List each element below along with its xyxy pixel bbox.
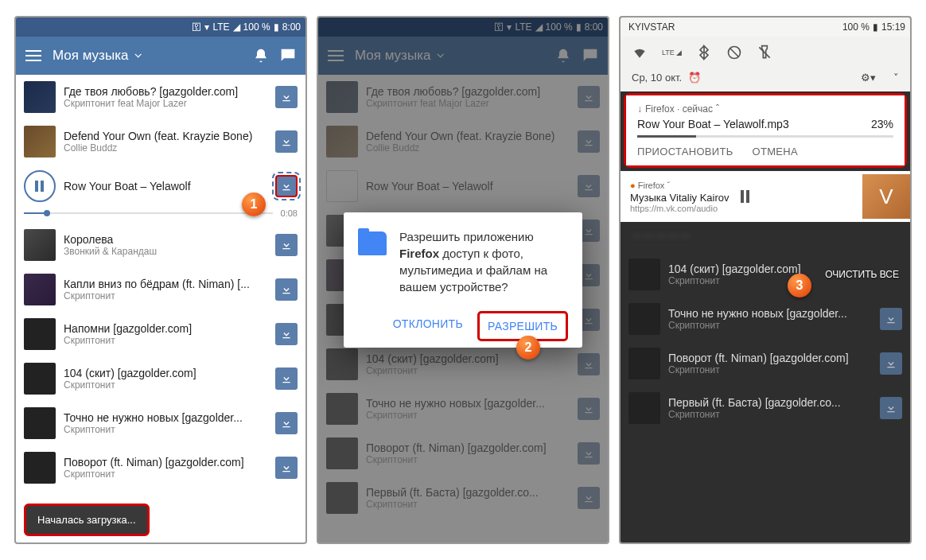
download-button[interactable] [275, 368, 298, 390]
callout-2: 2 [516, 336, 540, 360]
track-row: Точно не нужно новых [gazgolder...Скрипт… [621, 297, 910, 341]
track-title: Row Your Boat – Yelawolf [64, 180, 267, 192]
track-title: Где твоя любовь? [gazgolder.com] [64, 85, 267, 98]
battery-text: 100 % [842, 21, 870, 33]
download-button[interactable] [275, 130, 298, 153]
alarm-icon: ⏰ [688, 72, 701, 84]
menu-icon[interactable] [25, 50, 41, 61]
track-title: Капли вниз по бёдрам (ft. Niman) [... [64, 278, 267, 290]
quick-settings-icons[interactable]: LTE ◢ [621, 37, 910, 68]
lte-indicator[interactable]: LTE ◢ [662, 49, 682, 56]
permission-dialog: Разрешить приложению Firefox доступ к фо… [344, 212, 582, 348]
dnd-icon[interactable] [726, 45, 742, 60]
wifi-icon[interactable] [632, 45, 648, 60]
album-art [24, 407, 56, 439]
album-art [24, 452, 56, 484]
flashlight-icon[interactable] [757, 45, 772, 60]
track-row[interactable]: Напомни [gazgolder.com]Скриптонит [16, 312, 305, 356]
track-title: Defend Your Own (feat. Krayzie Bone) [64, 130, 267, 142]
blurred-notification: — — — — — [621, 222, 910, 249]
clock: 8:00 [282, 21, 301, 33]
track-artist: Скриптонит [64, 335, 267, 346]
bell-icon[interactable] [253, 48, 269, 64]
chevron-down-icon[interactable]: ˇ [667, 181, 670, 190]
track-row[interactable]: Точно не нужно новых [gazgolder...Скрипт… [16, 401, 305, 445]
dialog-text: Разрешить приложению Firefox доступ к фо… [399, 228, 568, 295]
callout-1: 1 [242, 192, 266, 216]
clock: 15:19 [881, 21, 905, 33]
battery-text: 100 % [243, 21, 270, 33]
media-url: https://m.vk.com/audio [630, 204, 730, 213]
cancel-download-button[interactable]: ОТМЕНА [753, 146, 798, 158]
firefox-media-notification[interactable]: ● Firefox ˇ Музыка Vitaliy Kairov https:… [621, 171, 910, 222]
chat-icon[interactable] [280, 48, 296, 64]
media-thumbnail: V [862, 174, 910, 219]
track-artist: Скриптонит [64, 424, 267, 435]
track-artist: Скриптонит [64, 379, 267, 391]
track-row[interactable]: Поворот (ft. Niman) [gazgolder.com]Скрип… [16, 445, 305, 490]
status-bar: KYIVSTAR 100 % ▮ 15:19 [621, 18, 910, 37]
page-title[interactable]: Моя музыка [53, 48, 141, 64]
phone-screen-2: ⚿ ▾ LTE ◢ 100 % ▮ 8:00 Моя музыка Где тв… [317, 16, 609, 544]
wifi-icon: ▾ [204, 21, 209, 33]
download-button[interactable] [275, 457, 298, 479]
battery-icon: ▮ [274, 21, 279, 33]
progress-bar [637, 135, 893, 138]
download-button[interactable] [275, 412, 298, 434]
deny-button[interactable]: ОТКЛОНИТЬ [385, 311, 471, 341]
track-row: Первый (ft. Баста) [gazgolder.co...Скрип… [621, 386, 910, 430]
app-bar: Моя музыка [16, 37, 305, 75]
download-button[interactable] [275, 234, 298, 256]
track-row[interactable]: Где твоя любовь? [gazgolder.com]Скриптон… [16, 75, 305, 119]
track-row: 104 (скит) [gazgolder.com]СкриптонитОЧИС… [621, 252, 910, 297]
track-row: Поворот (ft. Niman) [gazgolder.com]Скрип… [621, 341, 910, 386]
track-row[interactable]: 104 (скит) [gazgolder.com]Скриптонит [16, 356, 305, 401]
folder-icon [358, 231, 387, 255]
pause-button[interactable] [24, 170, 56, 202]
chevron-up-icon[interactable]: ˆ [716, 103, 719, 115]
track-artist: Скриптонит [64, 290, 267, 301]
toast-download-started: Началась загрузка... [24, 504, 150, 536]
track-time: 0:08 [281, 208, 298, 218]
phone-screen-1: ⚿ ▾ LTE ◢ 100 % ▮ 8:00 Моя музыка Где тв… [14, 16, 307, 544]
album-art [24, 126, 56, 158]
track-artist: Collie Buddz [64, 142, 267, 154]
qs-date-row: Ср, 10 окт. ⏰ ⚙▾ ˅ [621, 68, 910, 91]
download-notification-highlight: ↓ Firefox · сейчас ˆ Row Your Boat – Yel… [624, 93, 907, 168]
album-art [24, 318, 56, 350]
battery-icon: ▮ [873, 21, 878, 33]
date-label: Ср, 10 окт. [632, 72, 682, 84]
carrier-label: KYIVSTAR [625, 21, 675, 33]
album-art [24, 274, 56, 305]
download-button[interactable] [275, 175, 298, 197]
notification-header: ● Firefox ˇ [630, 181, 730, 190]
track-title: Королева [64, 233, 267, 246]
album-art [24, 81, 56, 113]
download-button[interactable] [275, 86, 298, 108]
settings-icon[interactable]: ⚙▾ [861, 72, 876, 84]
track-row[interactable]: КоролеваЗвонкий & Карандаш [16, 223, 305, 267]
track-artist: Звонкий & Карандаш [64, 246, 267, 257]
media-pause-button[interactable] [741, 190, 752, 203]
quick-settings: LTE ◢ Ср, 10 окт. ⏰ ⚙▾ ˅ [621, 37, 910, 91]
album-art [24, 229, 56, 261]
track-title: Поворот (ft. Niman) [gazgolder.com] [64, 456, 267, 469]
expand-icon[interactable]: ˅ [893, 72, 899, 84]
track-row[interactable]: Defend Your Own (feat. Krayzie Bone)Coll… [16, 119, 305, 164]
download-icon: ↓ [637, 103, 642, 115]
track-row[interactable]: Капли вниз по бёдрам (ft. Niman) [...Скр… [16, 267, 305, 312]
clear-all-button[interactable]: ОЧИСТИТЬ ВСЕ [825, 269, 899, 280]
download-notification[interactable]: ↓ Firefox · сейчас ˆ Row Your Boat – Yel… [626, 95, 905, 165]
download-button[interactable] [275, 323, 298, 345]
notification-header: ↓ Firefox · сейчас ˆ [637, 103, 893, 115]
album-art [24, 363, 56, 395]
download-percent: 23% [871, 118, 893, 130]
pause-download-button[interactable]: ПРИОСТАНОВИТЬ [637, 146, 733, 158]
download-filename: Row Your Boat – Yelawolf.mp3 [637, 118, 789, 130]
track-artist: Скриптонит [64, 469, 267, 480]
media-title: Музыка Vitaliy Kairov [630, 192, 730, 204]
callout-3: 3 [788, 274, 811, 298]
download-button[interactable] [275, 278, 298, 301]
bluetooth-icon[interactable] [696, 45, 712, 60]
phone-screen-3: KYIVSTAR 100 % ▮ 15:19 LTE ◢ Ср, 10 окт.… [619, 16, 912, 544]
